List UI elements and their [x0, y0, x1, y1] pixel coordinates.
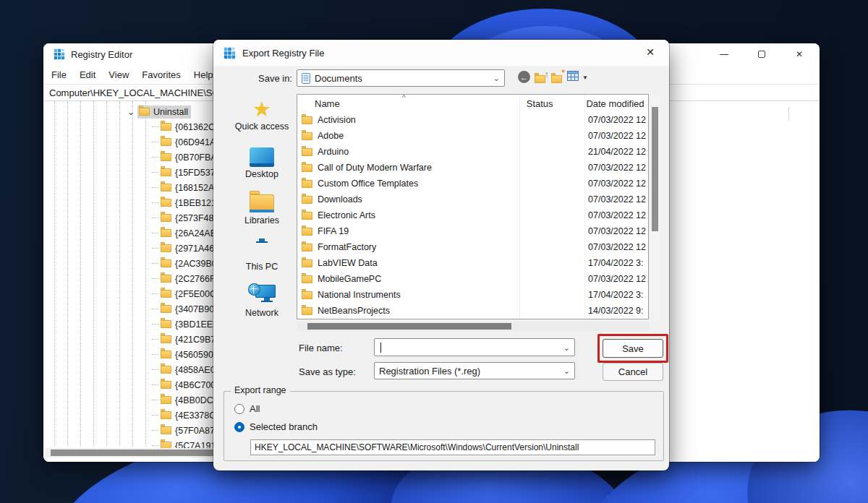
- create-new-folder-button[interactable]: ✦: [551, 71, 565, 84]
- close-button[interactable]: ✕: [780, 43, 818, 65]
- sidebar-item-this-pc[interactable]: This PC: [226, 238, 297, 272]
- new-folder-sparkle-icon: ✦: [561, 67, 566, 75]
- selected-branch-path-input[interactable]: HKEY_LOCAL_MACHINE\SOFTWARE\Microsoft\Wi…: [250, 439, 655, 455]
- file-list-row[interactable]: Adobe 07/03/2022 12: [297, 128, 648, 144]
- file-list-row[interactable]: LabVIEW Data 17/04/2022 3:: [297, 255, 648, 271]
- folder-icon: [302, 291, 312, 299]
- tree-connector: [152, 142, 159, 142]
- folder-icon: [161, 244, 171, 252]
- file-list-row[interactable]: Activision 07/03/2022 12: [297, 112, 648, 128]
- folder-date-modified: 07/03/2022 12: [588, 194, 648, 205]
- star-icon: ★: [252, 98, 271, 120]
- maximize-button[interactable]: [743, 43, 780, 65]
- folder-date-modified: 21/04/2022 12: [588, 147, 648, 157]
- file-list-row[interactable]: FormatFactory 07/03/2022 12: [297, 239, 648, 255]
- radio-option-all[interactable]: All: [234, 403, 260, 414]
- folder-date-modified: 07/03/2022 12: [588, 115, 648, 125]
- folder-name: Activision: [318, 115, 530, 125]
- folder-date-modified: 07/03/2022 12: [588, 210, 648, 220]
- radio-unselected-icon[interactable]: [234, 404, 244, 414]
- file-list-row[interactable]: National Instruments 17/04/2022 3:: [297, 287, 648, 303]
- folder-icon: [161, 305, 171, 313]
- tree-connector: [152, 187, 159, 188]
- file-list-row[interactable]: Downloads 07/03/2022 12: [297, 192, 648, 207]
- file-list-row[interactable]: Arduino 21/04/2022 12: [297, 144, 648, 160]
- sidebar-item-quick-access[interactable]: ★ Quick access: [226, 98, 297, 132]
- file-list-row[interactable]: Call of Duty Modern Warfare 07/03/2022 1…: [297, 160, 648, 176]
- folder-name: Custom Office Templates: [318, 179, 530, 189]
- folder-name: National Instruments: [318, 290, 530, 300]
- documents-icon: [302, 73, 310, 84]
- horizontal-scrollbar[interactable]: [297, 322, 649, 331]
- folder-icon: [161, 229, 171, 237]
- scrollbar-thumb[interactable]: [652, 107, 658, 231]
- file-name-label: File name:: [299, 343, 343, 353]
- sidebar-item-network[interactable]: Network: [226, 284, 297, 318]
- folder-date-modified: 14/03/2022 9:: [588, 306, 648, 316]
- save-in-dropdown[interactable]: Documents ⌄: [297, 69, 505, 87]
- menu-item[interactable]: Favorites: [135, 69, 187, 80]
- sort-ascending-icon[interactable]: ^: [402, 94, 406, 102]
- sidebar-item-desktop[interactable]: Desktop: [226, 145, 297, 179]
- view-grid-icon: [567, 71, 579, 81]
- window-title: Registry Editor: [71, 49, 132, 60]
- folder-icon: [161, 396, 171, 404]
- chevron-down-icon: ⌄: [563, 345, 570, 351]
- tree-connector: [152, 369, 159, 370]
- file-name-input[interactable]: ⌄: [374, 338, 575, 356]
- tree-connector: [152, 278, 159, 279]
- close-icon[interactable]: ✕: [643, 46, 658, 58]
- branch-path-value: HKEY_LOCAL_MACHINE\SOFTWARE\Microsoft\Wi…: [255, 442, 579, 452]
- globe-icon: [248, 283, 260, 296]
- registry-key-label: {3407B900: [175, 304, 219, 314]
- radio-selected-icon[interactable]: [234, 422, 244, 432]
- folder-icon: [139, 108, 150, 116]
- file-list: ^ Name Status Date modified Activision 0…: [297, 94, 649, 319]
- save-button[interactable]: Save: [603, 339, 663, 358]
- folder-icon: [161, 335, 171, 343]
- file-list-row[interactable]: Custom Office Templates 07/03/2022 12: [297, 176, 648, 192]
- folder-icon: [161, 168, 171, 176]
- back-button[interactable]: ←: [518, 71, 532, 84]
- folder-date-modified: 07/03/2022 12: [588, 242, 648, 252]
- text-cursor: [380, 343, 381, 353]
- menu-item[interactable]: File: [45, 69, 73, 80]
- column-header-status[interactable]: Status: [527, 98, 587, 109]
- folder-icon: [161, 426, 171, 434]
- file-list-row[interactable]: Electronic Arts 07/03/2022 12: [297, 207, 648, 223]
- folder-icon: [302, 259, 312, 267]
- folder-icon: [302, 307, 312, 315]
- tree-connector: [152, 384, 159, 385]
- folder-icon: [161, 275, 171, 283]
- tree-connector: [152, 157, 159, 158]
- selected-tree-node: Uninstall: [137, 106, 191, 119]
- view-menu-button[interactable]: ▼: [567, 71, 590, 84]
- file-list-row[interactable]: FIFA 19 07/03/2022 12: [297, 223, 648, 239]
- folder-name: Arduino: [318, 147, 530, 157]
- up-arrow-icon: ↑: [545, 69, 550, 79]
- column-header-name[interactable]: Name: [297, 98, 527, 109]
- save-as-type-dropdown[interactable]: Registration Files (*.reg) ⌄: [374, 362, 575, 379]
- folder-icon: [161, 381, 171, 389]
- chevron-down-icon[interactable]: ⌄: [127, 108, 137, 116]
- file-list-row[interactable]: MobileGamePC 07/03/2022 12: [297, 271, 648, 287]
- column-header-date-modified[interactable]: Date modified: [586, 98, 648, 109]
- dialog-title: Export Registry File: [242, 48, 324, 59]
- up-one-level-button[interactable]: ↑: [535, 71, 548, 84]
- file-list-row[interactable]: NetBeansProjects 14/03/2022 9:: [297, 303, 648, 319]
- tree-connector: [152, 126, 159, 127]
- vertical-scrollbar[interactable]: [650, 94, 660, 319]
- scrollbar-thumb[interactable]: [307, 323, 511, 330]
- folder-name: Call of Duty Modern Warfare: [318, 163, 530, 173]
- cancel-button[interactable]: Cancel: [603, 363, 663, 381]
- export-range-legend: Export range: [231, 385, 290, 395]
- tree-connector: [152, 339, 159, 340]
- network-icon: [248, 285, 276, 307]
- minimize-button[interactable]: —: [705, 43, 743, 65]
- sidebar-item-libraries[interactable]: Libraries: [226, 192, 297, 225]
- menu-item[interactable]: Edit: [73, 69, 102, 80]
- radio-option-selected-branch[interactable]: Selected branch: [234, 421, 318, 432]
- maximize-icon: [758, 51, 765, 58]
- menu-item[interactable]: View: [102, 69, 135, 80]
- tree-connector: [152, 218, 159, 218]
